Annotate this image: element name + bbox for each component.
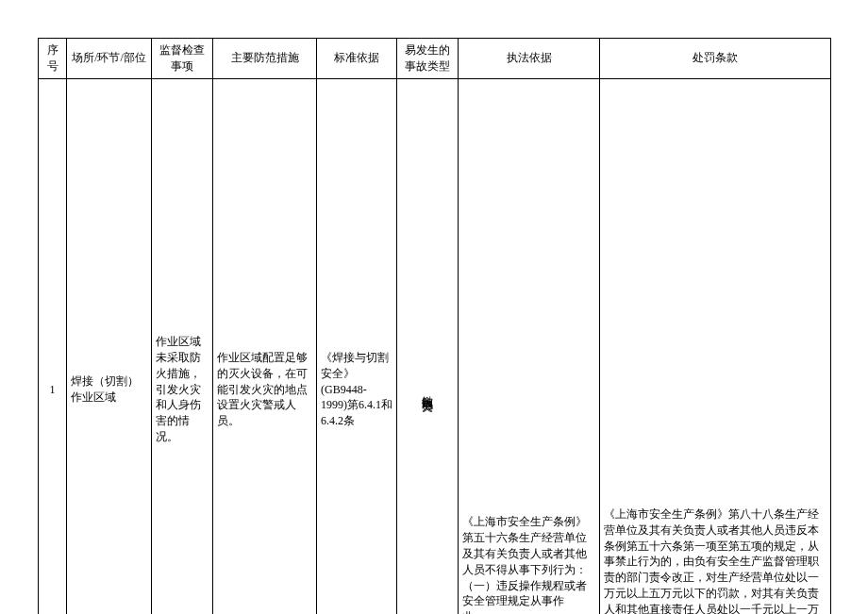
col-place: 场所/环节/部位 [67, 39, 152, 79]
col-standard: 标准依据 [317, 39, 397, 79]
table-row: 1 焊接（切割）作业区域 作业区域未采取防火措施，引发火灾和人身伤害的情况。 作… [39, 78, 831, 614]
accident-cell: 灾触灼电烫火 [397, 78, 459, 614]
law-basis-cell: 《上海市安全生产条例》第五十六条生产经营单位及其有关负责人或者其他人员不得从事下… [459, 78, 600, 614]
measures-cell: 作业区域配置足够的灭火设备，在可能引发火灾的地点设置火灾警戒人员。 [213, 78, 317, 614]
safety-inspection-table: 序号 场所/环节/部位 监督检查事项 主要防范措施 标准依据 易发生的事故类型 … [38, 38, 831, 614]
col-inspection: 监督检查事项 [152, 39, 213, 79]
penalty-cell: 《上海市安全生产条例》第八十八条生产经营单位及其有关负责人或者其他人员违反本条例… [600, 78, 831, 614]
place-cell: 焊接（切割）作业区域 [67, 78, 152, 614]
col-law-basis: 执法依据 [459, 39, 600, 79]
col-penalty: 处罚条款 [600, 39, 831, 79]
standard-cell: 《焊接与切割安全》(GB9448-1999)第6.4.1和6.4.2条 [317, 78, 397, 614]
inspection-cell: 作业区域未采取防火措施，引发火灾和人身伤害的情况。 [152, 78, 213, 614]
accident-text: 灾触灼电烫火 [420, 83, 436, 614]
col-measures: 主要防范措施 [213, 39, 317, 79]
col-seq: 序号 [39, 39, 67, 79]
table-header-row: 序号 场所/环节/部位 监督检查事项 主要防范措施 标准依据 易发生的事故类型 … [39, 39, 831, 79]
col-accident: 易发生的事故类型 [397, 39, 459, 79]
seq-cell: 1 [39, 78, 67, 614]
